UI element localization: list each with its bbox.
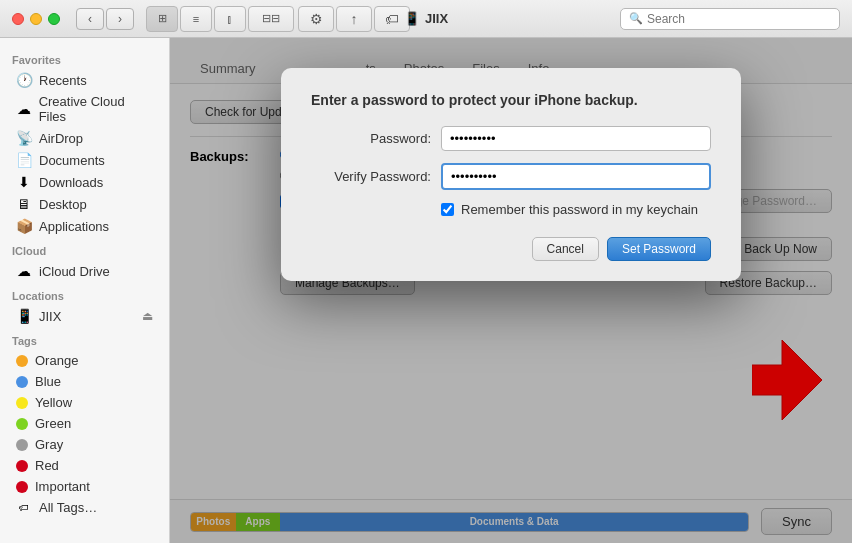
- modal-title: Enter a password to protect your iPhone …: [311, 92, 711, 108]
- modal-cancel-button[interactable]: Cancel: [532, 237, 599, 261]
- locations-section-label: Locations: [0, 282, 169, 305]
- red-tag-dot: [16, 460, 28, 472]
- remember-label: Remember this password in my keychain: [461, 202, 698, 217]
- back-button[interactable]: ‹: [76, 8, 104, 30]
- downloads-icon: ⬇: [16, 174, 32, 190]
- verify-input[interactable]: [441, 163, 711, 190]
- orange-tag-dot: [16, 355, 28, 367]
- view-grid-button[interactable]: ⊞: [146, 6, 178, 32]
- green-tag-dot: [16, 418, 28, 430]
- sidebar-item-recents[interactable]: 🕐 Recents: [4, 69, 165, 91]
- sidebar-item-airdrop[interactable]: 📡 AirDrop: [4, 127, 165, 149]
- sidebar-item-yellow[interactable]: Yellow: [4, 392, 165, 413]
- sidebar-item-all-tags[interactable]: 🏷 All Tags…: [4, 497, 165, 518]
- red-arrow-indicator: [752, 340, 822, 423]
- phone-icon: 📱: [404, 11, 420, 26]
- sidebar-item-gray[interactable]: Gray: [4, 434, 165, 455]
- view-list-button[interactable]: ≡: [180, 6, 212, 32]
- important-tag-dot: [16, 481, 28, 493]
- password-modal: Enter a password to protect your iPhone …: [281, 68, 741, 281]
- favorites-section-label: Favorites: [0, 46, 169, 69]
- modal-btn-row: Cancel Set Password: [311, 237, 711, 261]
- gear-button[interactable]: ⚙: [298, 6, 334, 32]
- maximize-button[interactable]: [48, 13, 60, 25]
- sidebar-item-orange[interactable]: Orange: [4, 350, 165, 371]
- recents-icon: 🕐: [16, 72, 32, 88]
- creative-cloud-icon: ☁: [16, 101, 32, 117]
- applications-icon: 📦: [16, 218, 32, 234]
- view-col-button[interactable]: ⫿: [214, 6, 246, 32]
- svg-marker-0: [752, 340, 822, 420]
- sidebar-item-applications[interactable]: 📦 Applications: [4, 215, 165, 237]
- sidebar-item-downloads[interactable]: ⬇ Downloads: [4, 171, 165, 193]
- main-layout: Favorites 🕐 Recents ☁ Creative Cloud Fil…: [0, 38, 852, 543]
- nav-buttons: ‹ ›: [76, 8, 134, 30]
- all-tags-icon: 🏷: [16, 502, 32, 513]
- airdrop-icon: 📡: [16, 130, 32, 146]
- yellow-tag-dot: [16, 397, 28, 409]
- sidebar-item-jiix[interactable]: 📱 JIIX ⏏: [4, 305, 165, 327]
- search-input[interactable]: [647, 12, 831, 26]
- verify-field-label: Verify Password:: [311, 169, 441, 184]
- search-box[interactable]: 🔍: [620, 8, 840, 30]
- sidebar-item-desktop[interactable]: 🖥 Desktop: [4, 193, 165, 215]
- sidebar-item-icloud-drive[interactable]: ☁ iCloud Drive: [4, 260, 165, 282]
- titlebar: ‹ › ⊞ ≡ ⫿ ⊟⊟ ⚙ ↑ 🏷 📱 JIIX 🔍: [0, 0, 852, 38]
- blue-tag-dot: [16, 376, 28, 388]
- forward-button[interactable]: ›: [106, 8, 134, 30]
- sidebar-item-important[interactable]: Important: [4, 476, 165, 497]
- share-button[interactable]: ↑: [336, 6, 372, 32]
- sidebar-item-blue[interactable]: Blue: [4, 371, 165, 392]
- eject-icon[interactable]: ⏏: [142, 309, 153, 323]
- modal-overlay: Enter a password to protect your iPhone …: [170, 38, 852, 543]
- sidebar-item-red[interactable]: Red: [4, 455, 165, 476]
- sidebar: Favorites 🕐 Recents ☁ Creative Cloud Fil…: [0, 38, 170, 543]
- remember-checkbox[interactable]: [441, 203, 454, 216]
- password-input[interactable]: [441, 126, 711, 151]
- sidebar-item-creative-cloud[interactable]: ☁ Creative Cloud Files: [4, 91, 165, 127]
- view-cover-button[interactable]: ⊟⊟: [248, 6, 294, 32]
- verify-field-row: Verify Password:: [311, 163, 711, 190]
- action-buttons: ⚙ ↑ 🏷: [298, 6, 410, 32]
- icloud-section-label: iCloud: [0, 237, 169, 260]
- device-icon: 📱: [16, 308, 32, 324]
- right-panel: Summary … … ts Photos Files Info Check f…: [170, 38, 852, 543]
- icloud-drive-icon: ☁: [16, 263, 32, 279]
- sidebar-item-documents[interactable]: 📄 Documents: [4, 149, 165, 171]
- tags-section-label: Tags: [0, 327, 169, 350]
- desktop-icon: 🖥: [16, 196, 32, 212]
- remember-row: Remember this password in my keychain: [441, 202, 711, 217]
- titlebar-title: 📱 JIIX: [404, 11, 448, 26]
- password-field-row: Password:: [311, 126, 711, 151]
- search-icon: 🔍: [629, 12, 643, 25]
- password-field-label: Password:: [311, 131, 441, 146]
- traffic-lights: [12, 13, 60, 25]
- toolbar-view-buttons: ⊞ ≡ ⫿ ⊟⊟: [146, 6, 294, 32]
- minimize-button[interactable]: [30, 13, 42, 25]
- sidebar-item-green[interactable]: Green: [4, 413, 165, 434]
- close-button[interactable]: [12, 13, 24, 25]
- gray-tag-dot: [16, 439, 28, 451]
- set-password-button[interactable]: Set Password: [607, 237, 711, 261]
- documents-icon: 📄: [16, 152, 32, 168]
